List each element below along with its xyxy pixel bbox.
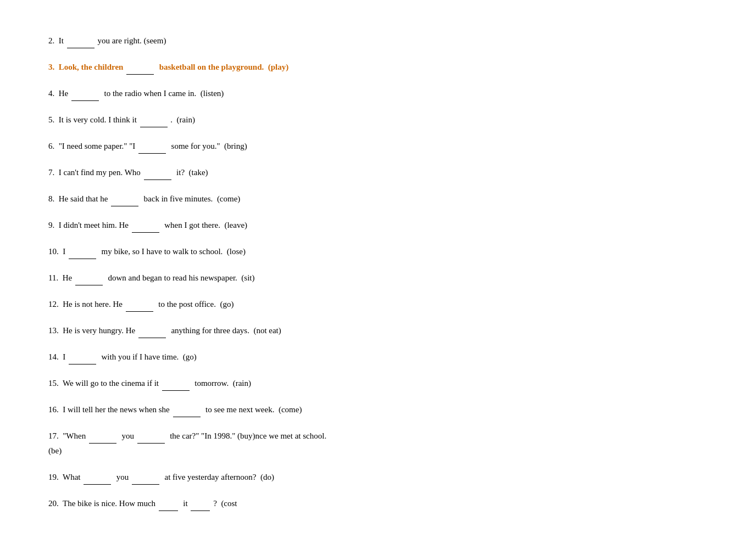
item-text-11: He (63, 273, 73, 282)
item-number-17: 17. (48, 431, 61, 440)
blank-11-1 (75, 270, 103, 285)
item-text-after-16: to see me next week. (203, 405, 276, 414)
item-text-20b: it (181, 499, 188, 508)
exercise-item-4: 4. He to the radio when I came in. (list… (48, 86, 708, 101)
item-text-5: It is very cold. I think it (59, 115, 137, 124)
item-text-17a: "When (63, 431, 86, 440)
item-hint-3: (play) (268, 63, 289, 71)
blank-12-1 (126, 296, 153, 312)
item-text-3: Look, the children (59, 63, 124, 71)
item-text-after-13: anything for three days. (169, 326, 252, 335)
exercise-container: 2. It you are right. (seem) 3. Look, the… (48, 33, 708, 511)
item-text-13: He is very hungry. He (63, 326, 135, 335)
item-text-12: He is not here. He (63, 300, 123, 308)
item-text-4: He (59, 89, 69, 98)
blank-20-1 (159, 496, 178, 511)
item-hint-8: (come) (217, 194, 240, 203)
exercise-item-8: 8. He said that he back in five minutes.… (48, 191, 708, 206)
item-number-4: 4. (48, 89, 57, 98)
item-hint-11: (sit) (241, 273, 254, 282)
item-text-after-10: my bike, so I have to walk to school. (99, 247, 225, 256)
item-number-20: 20. (48, 499, 61, 508)
item-text-after-5: . (170, 115, 175, 124)
item-number-13: 13. (48, 326, 61, 335)
blank-16-1 (173, 402, 201, 417)
item-number-7: 7. (48, 168, 57, 177)
blank-17-2 (137, 428, 165, 444)
item-text-after-15: tomorrow. (192, 379, 230, 388)
item-hint-7: (take) (189, 168, 208, 177)
exercise-item-9: 9. I didn't meet him. He when I got ther… (48, 217, 708, 233)
item-text-after-12: to the post office. (156, 300, 218, 308)
item-hint-16: (come) (279, 405, 302, 414)
blank-2-1 (67, 33, 94, 48)
item-text-19b: you (114, 473, 129, 481)
blank-9-1 (132, 217, 159, 233)
blank-7-1 (144, 165, 171, 180)
item-hint-5: (rain) (177, 115, 195, 124)
item-number-8: 8. (48, 194, 57, 203)
item-hint-10: (lose) (227, 247, 246, 256)
item-text-20c: ? (213, 499, 219, 508)
exercise-item-10: 10. I my bike, so I have to walk to scho… (48, 244, 708, 259)
item-text-2: It (59, 36, 64, 45)
item-hint-6: (bring) (224, 142, 247, 150)
exercise-item-12: 12. He is not here. He to the post offic… (48, 296, 708, 312)
exercise-item-11: 11. He down and began to read his newspa… (48, 270, 708, 285)
blank-5-1 (140, 112, 168, 127)
item-number-10: 10. (48, 247, 61, 256)
item-hint-4: (listen) (201, 89, 224, 98)
item-number-9: 9. (48, 221, 57, 229)
item-number-15: 15. (48, 379, 61, 388)
item-number-11: 11. (48, 273, 60, 282)
exercise-item-13: 13. He is very hungry. He anything for t… (48, 323, 708, 338)
blank-6-1 (138, 138, 166, 154)
item-number-14: 14. (48, 352, 61, 361)
item-number-19: 19. (48, 473, 61, 481)
blank-10-1 (69, 244, 96, 259)
blank-19-1 (84, 469, 111, 485)
item-text-15: We will go to the cinema if it (63, 379, 159, 388)
exercise-item-5: 5. It is very cold. I think it . (rain) (48, 112, 708, 127)
exercise-item-19: 19. What you at five yesterday afternoon… (48, 469, 708, 485)
item-text-8: He said that he (59, 194, 108, 203)
exercise-item-6: 6. "I need some paper." "I some for you.… (48, 138, 708, 154)
item-text-19a: What (63, 473, 80, 481)
item-text-9: I didn't meet him. He (59, 221, 129, 229)
item-number-12: 12. (48, 300, 61, 308)
blank-17-1 (89, 428, 116, 444)
item-hint-9: (leave) (224, 221, 247, 229)
item-text-7: I can't find my pen. Who (59, 168, 141, 177)
item-text-after-3: basketball on the playground. (157, 63, 266, 71)
item-text-10: I (63, 247, 65, 256)
item-number-2: 2. (48, 36, 57, 45)
item-hint-2: (seem) (144, 36, 166, 45)
item-hint-20: (cost (221, 499, 237, 508)
exercise-item-16: 16. I will tell her the news when she to… (48, 402, 708, 417)
blank-3-1 (126, 59, 154, 75)
exercise-item-20: 20. The bike is nice. How much it ? (cos… (48, 496, 708, 511)
item-text-after-6: some for you." (169, 142, 223, 150)
item-text-after-9: when I got there. (163, 221, 223, 229)
item-text-after-4: to the radio when I came in. (102, 89, 198, 98)
blank-14-1 (69, 349, 96, 364)
item-hint-15: (rain) (233, 379, 251, 388)
item-text-17c: the car?" "In 1998." (buy)nce we met at … (168, 431, 326, 440)
exercise-item-3: 3. Look, the children basketball on the … (48, 59, 708, 75)
item-hint-13: (not eat) (253, 326, 281, 335)
item-text-after-8: back in five minutes. (142, 194, 215, 203)
item-number-3: 3. (48, 63, 57, 71)
item-text-6: "I need some paper." "I (59, 142, 136, 150)
item-hint-19: (do) (260, 473, 274, 481)
item-text-16: I will tell her the news when she (63, 405, 170, 414)
item-hint-14: (go) (183, 352, 197, 361)
exercise-item-14: 14. I with you if I have time. (go) (48, 349, 708, 364)
item-number-5: 5. (48, 115, 57, 124)
exercise-item-7: 7. I can't find my pen. Who it? (take) (48, 165, 708, 180)
item-text-20a: The bike is nice. How much (63, 499, 155, 508)
blank-15-1 (162, 375, 190, 391)
item-text-after-7: it? (174, 168, 187, 177)
item-number-16: 16. (48, 405, 61, 414)
item-text-after-2: you are right. (97, 36, 141, 45)
blank-20-2 (191, 496, 210, 511)
